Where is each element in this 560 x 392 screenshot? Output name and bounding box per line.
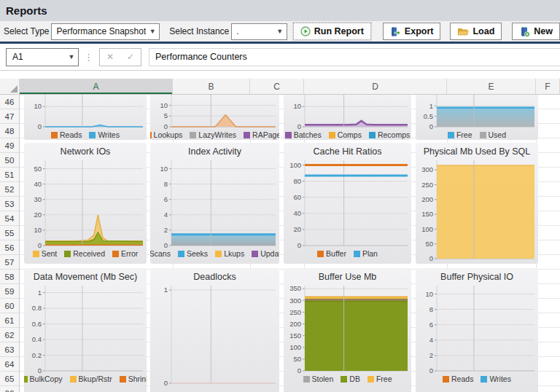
legend-swatch bbox=[215, 251, 222, 257]
legend-swatch bbox=[70, 376, 77, 383]
chart-legend: LookupsLazyWritesRAPages bbox=[150, 129, 279, 140]
svg-text:40: 40 bbox=[34, 180, 42, 188]
chart-panel-row1-chart-2[interactable]: 1050LookupsLazyWritesRAPages bbox=[150, 88, 279, 140]
chart-plot: 1086420 bbox=[152, 159, 277, 248]
legend-item: Buffer bbox=[317, 249, 346, 258]
row-header-51[interactable]: 51 bbox=[0, 168, 20, 182]
svg-text:300: 300 bbox=[289, 297, 301, 305]
legend-swatch bbox=[150, 132, 152, 138]
chart-plot: 300250200150100500 bbox=[418, 159, 536, 261]
svg-text:0.8: 0.8 bbox=[32, 304, 42, 312]
legend-label: Buffer bbox=[326, 249, 346, 258]
legend-label: DB bbox=[349, 375, 360, 383]
svg-text:0: 0 bbox=[298, 241, 301, 248]
row-header-46[interactable]: 46 bbox=[0, 95, 20, 109]
row-header-56[interactable]: 56 bbox=[0, 240, 20, 255]
row-header-58[interactable]: 58 bbox=[0, 270, 20, 284]
row-header-66[interactable]: 66 bbox=[0, 386, 20, 392]
legend-label: Updates bbox=[260, 249, 279, 258]
legend-label: Received bbox=[73, 249, 105, 258]
row-header-62[interactable]: 62 bbox=[0, 328, 20, 342]
column-header-E[interactable]: E bbox=[447, 79, 536, 94]
row-header-49[interactable]: 49 bbox=[0, 138, 20, 153]
legend-label: Plan bbox=[362, 249, 378, 258]
chart-legend: SentReceivedError bbox=[24, 248, 147, 259]
legend-swatch bbox=[24, 376, 28, 383]
svg-text:200: 200 bbox=[289, 320, 301, 328]
row-header-61[interactable]: 61 bbox=[0, 313, 20, 328]
select-all-corner[interactable] bbox=[0, 79, 20, 94]
svg-text:250: 250 bbox=[289, 308, 301, 316]
svg-text:0: 0 bbox=[429, 254, 433, 261]
row-header-59[interactable]: 59 bbox=[0, 284, 20, 299]
chart-plot: 50403020100 bbox=[26, 159, 144, 248]
column-header-D[interactable]: D bbox=[304, 79, 447, 94]
svg-text:0: 0 bbox=[164, 241, 168, 248]
legend-label: Lkups bbox=[224, 249, 244, 258]
column-header-A[interactable]: A bbox=[20, 79, 173, 94]
column-header-C[interactable]: C bbox=[250, 79, 304, 94]
chart-legend: BatchesCompsRecomps bbox=[284, 129, 411, 140]
chart-panel-physical-mb-used-by-sql[interactable]: Physical Mb Used By SQL30025020015010050… bbox=[416, 143, 538, 264]
row-header-60[interactable]: 60 bbox=[0, 299, 20, 313]
legend-swatch bbox=[190, 132, 196, 138]
legend-swatch bbox=[369, 132, 376, 138]
svg-text:0: 0 bbox=[164, 379, 168, 385]
svg-text:350: 350 bbox=[289, 284, 301, 292]
svg-text:100: 100 bbox=[289, 343, 301, 351]
chart-panel-cache-hit-ratios[interactable]: Cache Hit Ratios100806040200BufferPlan bbox=[284, 143, 411, 264]
legend-item: DB bbox=[341, 375, 360, 383]
legend-item: Plan bbox=[354, 249, 378, 258]
row-header-63[interactable]: 63 bbox=[0, 342, 20, 357]
legend-item: Batches bbox=[285, 130, 322, 139]
chart-panel-buffer-physical-io[interactable]: Buffer Physical IO1086420ReadsWrites bbox=[416, 268, 538, 392]
svg-text:150: 150 bbox=[421, 210, 433, 218]
chart-panel-network-ios[interactable]: Network IOs50403020100SentReceivedError bbox=[24, 143, 147, 264]
column-header-B[interactable]: B bbox=[173, 79, 250, 94]
row-header-64[interactable]: 64 bbox=[0, 357, 20, 372]
svg-text:6: 6 bbox=[164, 195, 168, 203]
chart-title: Data Movement (Mb Sec) bbox=[24, 268, 147, 284]
legend-item: Recomps bbox=[369, 130, 410, 139]
column-header-F[interactable]: F bbox=[536, 79, 560, 94]
chart-panel-row1-chart-3[interactable]: 100BatchesCompsRecomps bbox=[284, 88, 411, 140]
row-header-54[interactable]: 54 bbox=[0, 211, 20, 226]
legend-swatch bbox=[89, 132, 96, 138]
svg-text:4: 4 bbox=[429, 336, 433, 344]
row-header-47[interactable]: 47 bbox=[0, 109, 20, 124]
row-header-55[interactable]: 55 bbox=[0, 226, 20, 240]
row-header-50[interactable]: 50 bbox=[0, 153, 20, 168]
legend-swatch bbox=[303, 376, 310, 383]
chart-panel-deadlocks[interactable]: Deadlocks10 bbox=[150, 268, 279, 392]
legend-label: Writes bbox=[98, 130, 120, 139]
chart-panel-row1-chart-1[interactable]: 100ReadsWrites bbox=[24, 88, 147, 140]
chart-legend: FreeUsed bbox=[416, 129, 538, 140]
svg-text:60: 60 bbox=[293, 193, 301, 201]
chart-plot: 10 bbox=[152, 284, 277, 385]
chart-panel-buffer-use-mb[interactable]: Buffer Use Mb350300250200150100500Stolen… bbox=[284, 268, 411, 392]
legend-item: RAPages bbox=[244, 130, 279, 139]
svg-text:100: 100 bbox=[289, 161, 301, 169]
chart-panel-index-activity[interactable]: Index Activity1086420ScansSeeksLkupsUpda… bbox=[150, 143, 279, 264]
chart-panel-data-movement-mb-sec[interactable]: Data Movement (Mb Sec)10.80.60.40.20Bulk… bbox=[24, 268, 147, 392]
legend-swatch bbox=[368, 376, 374, 383]
svg-text:0: 0 bbox=[164, 122, 168, 129]
svg-text:50: 50 bbox=[425, 240, 433, 248]
row-header-52[interactable]: 52 bbox=[0, 182, 20, 197]
legend-item: Stolen bbox=[303, 375, 334, 383]
legend-label: Free bbox=[376, 375, 392, 383]
row-header-48[interactable]: 48 bbox=[0, 124, 20, 138]
reports-window: Reports Select Type Performance Snapshot… bbox=[0, 0, 560, 392]
row-header-57[interactable]: 57 bbox=[0, 255, 20, 270]
chart-panel-row1-chart-4[interactable]: 10.50FreeUsed bbox=[416, 88, 538, 140]
legend-item: BulkCopy bbox=[24, 375, 63, 383]
legend-item: Lkups bbox=[215, 249, 244, 258]
row-header-65[interactable]: 65 bbox=[0, 372, 20, 386]
svg-text:8: 8 bbox=[164, 180, 168, 188]
row-header-53[interactable]: 53 bbox=[0, 197, 20, 211]
svg-text:0: 0 bbox=[429, 366, 433, 373]
legend-swatch bbox=[341, 376, 347, 383]
svg-text:1: 1 bbox=[38, 289, 42, 297]
legend-label: Used bbox=[489, 130, 507, 139]
legend-label: BulkCopy bbox=[30, 375, 63, 383]
